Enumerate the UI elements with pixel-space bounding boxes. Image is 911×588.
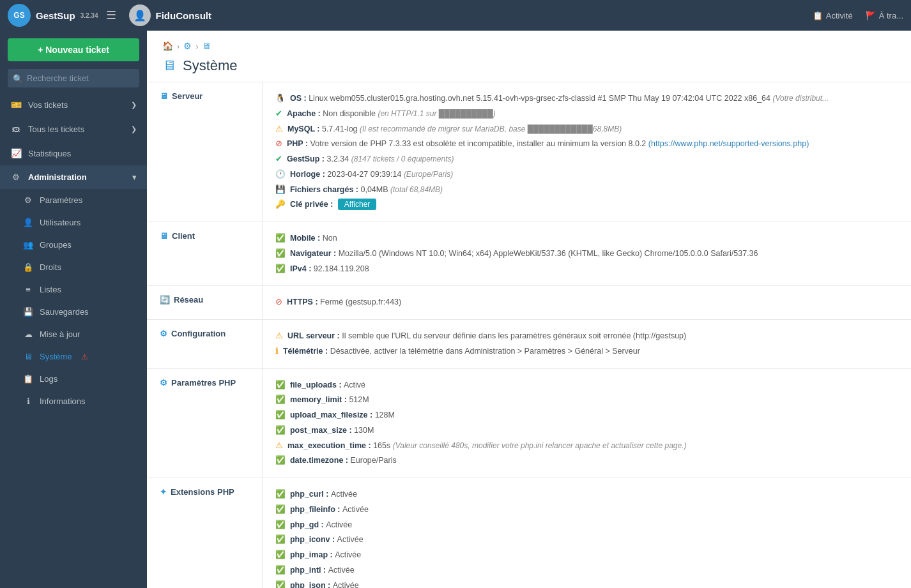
mobile-label: Mobile : (290, 234, 323, 243)
max-execution-suffix: (Valeur conseillé 480s, modifier votre p… (393, 441, 687, 450)
sidebar-sub-groupes[interactable]: 👥 Groupes (0, 234, 147, 256)
client-content: ✅ Mobile : Non ✅ Navigateur : Mozilla/5.… (262, 222, 911, 286)
php-intl-value: Activée (328, 566, 355, 575)
php-fileinfo-label: php_fileinfo : (290, 505, 342, 514)
sidebar-sub-droits[interactable]: 🔒 Droits (0, 256, 147, 278)
sidebar-item-statistiques[interactable]: 📈 Statistiques (0, 141, 147, 165)
sidebar-sub-logs[interactable]: 📋 Logs (0, 368, 147, 390)
php-json-label: php_json : (290, 581, 333, 589)
afficher-button[interactable]: Afficher (338, 199, 376, 210)
gestsup-ok-icon: ✔ (275, 155, 282, 163)
row-php-imap: ✅ php_imap : Activée (275, 548, 899, 563)
serveur-content: 🐧 OS : Linux webm055.cluster015.gra.host… (262, 82, 911, 222)
sidebar-sub-mise-a-jour[interactable]: ☁ Mise à jour (0, 323, 147, 345)
max-execution-value: 165s (373, 441, 393, 450)
breadcrumb-settings-icon[interactable]: ⚙ (183, 41, 192, 51)
telemetrie-value: Désactivée, activer la télémétrie dans A… (330, 347, 640, 356)
apache-value: Non disponible (323, 109, 378, 118)
php-link[interactable]: (https://www.php.net/supported-versions.… (648, 139, 809, 148)
brand: GS GestSup 3.2.34 (8, 4, 98, 27)
php-curl-value: Activée (331, 490, 357, 499)
breadcrumb-system-icon[interactable]: 🖥 (203, 41, 211, 51)
extensions-php-header: ✦Extensions PHP (147, 478, 262, 589)
row-navigateur: ✅ Navigateur : Mozilla/5.0 (Windows NT 1… (275, 246, 899, 262)
atraiter-link[interactable]: 🚩 À tra... (866, 11, 903, 20)
max-execution-label: max_execution_time : (287, 441, 373, 450)
navigateur-ok-icon: ✅ (275, 249, 286, 258)
sidebar-sub-parametres[interactable]: ⚙ Paramètres (0, 189, 147, 211)
sauvegardes-label: Sauvegardes (40, 307, 89, 317)
activity-link[interactable]: 📋 Activité (813, 11, 853, 20)
upload-max-label: upload_max_filesize : (290, 411, 375, 419)
page-header: 🏠 › ⚙ › 🖥 🖥 Système (147, 31, 911, 82)
reseau-header: 🔄Réseau (147, 286, 262, 320)
utilisateurs-icon: 👤 (23, 218, 33, 227)
php-curl-ok-icon: ✅ (275, 490, 286, 499)
table-row-reseau: 🔄Réseau ⊘ HTTPS : Fermé (gestsup.fr:443) (147, 286, 911, 320)
groupes-label: Groupes (40, 240, 72, 250)
sidebar-sub-utilisateurs[interactable]: 👤 Utilisateurs (0, 211, 147, 234)
page-title-icon: 🖥 (162, 57, 176, 74)
sidebar-item-tous-les-tickets[interactable]: 🎟 Tous les tickets ❯ (0, 117, 147, 141)
mysql-suffix: (Il est recommandé de migrer sur MariaDB… (360, 124, 622, 133)
table-row-configuration: ⚙Configuration ⚠ URL serveur : Il semble… (147, 320, 911, 369)
horloge-value: 2023-04-27 09:39:14 (327, 170, 404, 179)
mobile-ok-icon: ✅ (275, 234, 286, 243)
informations-icon: ℹ (23, 396, 33, 406)
new-ticket-button[interactable]: + Nouveau ticket (8, 38, 139, 61)
row-php-curl: ✅ php_curl : Activée (275, 487, 899, 502)
php-intl-ok-icon: ✅ (275, 566, 286, 575)
memory-limit-label: memory_limit : (290, 395, 349, 404)
sidebar-label-administration: Administration (28, 172, 126, 182)
breadcrumb-sep2: › (195, 41, 198, 51)
navigateur-value: Mozilla/5.0 (Windows NT 10.0; Win64; x64… (339, 249, 758, 258)
url-serveur-value: Il semble que l'URL du serveur définie d… (342, 331, 686, 340)
row-max-execution-time: ⚠ max_execution_time : 165s (Valeur cons… (275, 439, 899, 454)
file-uploads-value: Activé (344, 381, 365, 389)
gestsup-label: GestSup : (287, 155, 327, 163)
horloge-suffix: (Europe/Paris) (404, 170, 453, 179)
apache-label: Apache : (287, 109, 323, 118)
file-uploads-ok-icon: ✅ (275, 381, 286, 389)
row-https: ⊘ HTTPS : Fermé (gestsup.fr:443) (275, 295, 899, 310)
reseau-content: ⊘ HTTPS : Fermé (gestsup.fr:443) (262, 286, 911, 320)
row-fichiers: 💾 Fichiers chargés : 0,04MB (total 68,84… (275, 183, 899, 198)
fichiers-value: 0,04MB (360, 185, 390, 194)
ipv4-value: 92.184.119.208 (314, 264, 369, 273)
memory-limit-ok-icon: ✅ (275, 395, 286, 404)
systeme-alert-badge: ⚠ (81, 352, 88, 361)
sidebar: + Nouveau ticket 🔍 🎫 Vos tickets ❯ 🎟 Tou… (0, 31, 147, 588)
php-json-ok-icon: ✅ (275, 581, 286, 589)
row-horloge: 🕐 Horloge : 2023-04-27 09:39:14 (Europe/… (275, 167, 899, 183)
php-fileinfo-value: Activée (342, 505, 369, 514)
php-iconv-label: php_iconv : (290, 535, 337, 544)
reseau-section-icon: 🔄 (160, 295, 170, 305)
sidebar-sub-systeme[interactable]: 🖥 Système ⚠ (0, 345, 147, 368)
informations-label: Informations (40, 396, 86, 406)
row-url-serveur: ⚠ URL serveur : Il semble que l'URL du s… (275, 329, 899, 344)
avatar: 👤 (129, 4, 151, 26)
php-err-icon: ⊘ (275, 139, 282, 148)
row-cle-privee: 🔑 Clé privée : Afficher (275, 197, 899, 213)
sidebar-item-vos-tickets[interactable]: 🎫 Vos tickets ❯ (0, 93, 147, 117)
breadcrumb-home-icon[interactable]: 🏠 (162, 41, 173, 51)
navbar-right: 📋 Activité 🚩 À tra... (813, 11, 903, 20)
extensions-php-section-icon: ✦ (160, 487, 167, 497)
row-php-iconv: ✅ php_iconv : Activée (275, 532, 899, 548)
sidebar-sub-informations[interactable]: ℹ Informations (0, 390, 147, 412)
php-value: Votre version de PHP 7.3.33 est obsolète… (310, 139, 648, 148)
brand-version: 3.2.34 (80, 12, 98, 19)
sidebar-sub-sauvegardes[interactable]: 💾 Sauvegardes (0, 301, 147, 323)
os-value: Linux webm055.cluster015.gra.hosting.ovh… (309, 94, 772, 103)
php-intl-label: php_intl : (290, 566, 328, 575)
sidebar-sub-listes[interactable]: ≡ Listes (0, 278, 147, 301)
search-input[interactable] (8, 69, 139, 87)
mise-a-jour-icon: ☁ (23, 329, 33, 339)
table-row-client: 🖥Client ✅ Mobile : Non ✅ Navigateur : Mo… (147, 222, 911, 286)
sidebar-item-administration[interactable]: ⚙ Administration ▾ (0, 165, 147, 189)
file-uploads-label: file_uploads : (290, 381, 344, 389)
php-iconv-value: Activée (337, 535, 364, 544)
logs-icon: 📋 (23, 374, 33, 384)
sidebar-toggle[interactable]: ☰ (106, 8, 116, 22)
row-ipv4: ✅ IPv4 : 92.184.119.208 (275, 262, 899, 277)
